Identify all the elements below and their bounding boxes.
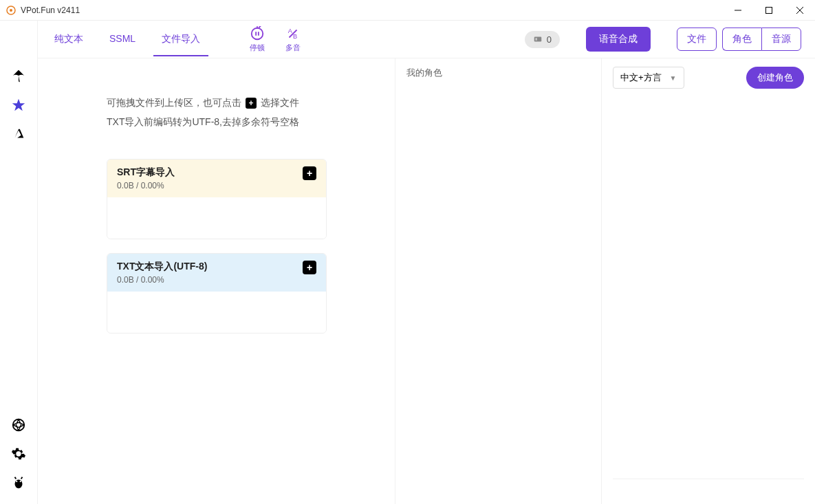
synthesize-button[interactable]: 语音合成 <box>586 27 651 52</box>
role-button[interactable]: 角色 <box>722 28 761 51</box>
txt-drop-zone[interactable] <box>107 292 326 333</box>
srt-drop-zone[interactable] <box>107 197 326 239</box>
aperture-icon[interactable] <box>11 417 26 432</box>
tab-ssml[interactable]: SSML <box>107 22 138 56</box>
source-button[interactable]: 音源 <box>761 28 801 51</box>
sidebar <box>0 21 38 504</box>
txt-title: TXT文本导入(UTF-8) <box>117 261 207 273</box>
srt-upload-card[interactable]: SRT字幕导入 0.0B / 0.00% + <box>107 159 327 239</box>
language-select[interactable]: 中文+方言 ▼ <box>613 67 684 89</box>
svg-rect-19 <box>535 38 536 41</box>
svg-point-8 <box>16 481 17 482</box>
tab-file-import[interactable]: 文件导入 <box>159 22 203 56</box>
titlebar: VPot.Fun v2411 <box>0 0 815 21</box>
chevron-down-icon: ▼ <box>670 74 677 82</box>
srt-status: 0.0B / 0.00% <box>117 181 175 190</box>
star-icon[interactable] <box>11 98 26 113</box>
app-icon <box>6 5 17 16</box>
file-import-panel: 可拖拽文件到上传区，也可点击 + 选择文件 TXT导入前编码转为UTF-8,去掉… <box>38 58 395 504</box>
close-button[interactable] <box>784 0 815 21</box>
create-role-button[interactable]: 创建角色 <box>746 67 804 89</box>
my-roles-title: 我的角色 <box>406 67 590 79</box>
svg-point-1 <box>10 9 12 12</box>
right-footer <box>613 479 804 496</box>
svg-point-6 <box>13 419 25 431</box>
srt-title: SRT字幕导入 <box>117 166 175 179</box>
maximize-button[interactable] <box>753 0 784 21</box>
txt-status: 0.0B / 0.00% <box>117 275 207 285</box>
tab-plain-text[interactable]: 纯文本 <box>52 22 86 56</box>
plus-icon: + <box>246 98 257 109</box>
token-icon <box>533 34 543 44</box>
help-text: 可拖拽文件到上传区，也可点击 + 选择文件 TXT导入前编码转为UTF-8,去掉… <box>107 93 360 131</box>
svg-rect-18 <box>534 37 542 42</box>
svg-point-12 <box>252 28 263 39</box>
pause-tool-button[interactable]: 停顿 <box>250 26 265 53</box>
txt-upload-card[interactable]: TXT文本导入(UTF-8) 0.0B / 0.00% + <box>107 253 327 333</box>
token-count: 0 <box>547 34 552 45</box>
svg-point-9 <box>20 481 21 482</box>
svg-line-10 <box>15 477 17 479</box>
txt-add-button[interactable]: + <box>303 261 316 274</box>
svg-text:B: B <box>293 33 297 40</box>
role-source-group: 角色 音源 <box>722 28 801 51</box>
azure-icon[interactable] <box>11 127 26 142</box>
svg-point-7 <box>15 479 23 488</box>
umbrella-icon[interactable] <box>11 69 26 84</box>
srt-add-button[interactable]: + <box>303 166 316 180</box>
pause-label: 停顿 <box>250 43 265 53</box>
minimize-button[interactable] <box>722 0 753 21</box>
polyphone-label: 多音 <box>285 43 301 53</box>
polyphone-tool-button[interactable]: AB 多音 <box>285 26 301 53</box>
tabs: 纯文本 SSML 文件导入 <box>52 22 203 56</box>
gear-icon[interactable] <box>11 446 26 461</box>
svg-rect-3 <box>765 7 772 13</box>
token-badge[interactable]: 0 <box>525 31 560 48</box>
svg-text:A: A <box>288 28 293 34</box>
window-title: VPot.Fun v2411 <box>21 6 722 15</box>
svg-line-11 <box>21 477 23 479</box>
window-controls <box>722 0 815 21</box>
file-button[interactable]: 文件 <box>677 28 717 51</box>
right-panel: 中文+方言 ▼ 创建角色 <box>602 58 815 504</box>
language-select-label: 中文+方言 <box>620 72 662 84</box>
toolbar: 纯文本 SSML 文件导入 停顿 AB 多音 0 语音合成 文件 <box>38 21 815 58</box>
my-roles-panel: 我的角色 <box>395 58 602 504</box>
bug-icon[interactable] <box>11 475 26 490</box>
